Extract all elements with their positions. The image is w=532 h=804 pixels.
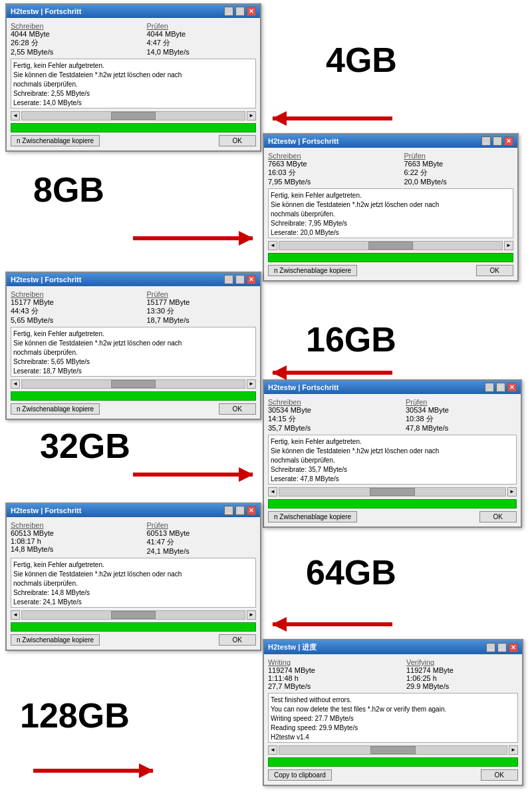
scroll-track-win32gb[interactable]: [279, 487, 506, 497]
copy-button-win8gb[interactable]: n Zwischenablage kopiere: [268, 265, 357, 276]
log-area-win16gb: Fertig, kein Fehler aufgetreten. Sie kön…: [11, 327, 256, 377]
copy-button-win16gb[interactable]: n Zwischenablage kopiere: [11, 403, 100, 415]
close-btn-win4gb[interactable]: ✕: [247, 7, 256, 16]
log-area-win32gb: Fertig, kein Fehler aufgetreten. Sie kön…: [268, 435, 517, 485]
ok-button-win16gb[interactable]: OK: [219, 403, 256, 415]
scroll-left-win8gb[interactable]: ◄: [268, 241, 277, 250]
progress-bar-win16gb: [11, 391, 256, 401]
window-win16gb: H2testw | Fortschritt _ □ ✕ Schreiben 15…: [5, 272, 261, 420]
scroll-right-win128gb[interactable]: ►: [509, 745, 518, 755]
minimize-btn-win64gb[interactable]: _: [224, 506, 233, 515]
write-size-win128gb: 119274 MByte: [268, 666, 380, 674]
minimize-btn-win8gb[interactable]: _: [481, 136, 491, 146]
titlebar-win32gb: H2testw | Fortschritt _ □ ✕: [264, 381, 521, 394]
maximize-btn-win128gb[interactable]: □: [497, 643, 507, 652]
arrow-arr4gb: [273, 116, 392, 120]
verify-label-win4gb: Prüfen: [147, 22, 257, 30]
scroll-track-win4gb[interactable]: [21, 111, 245, 120]
scroll-right-win32gb[interactable]: ►: [507, 487, 517, 497]
title-text-win8gb: H2testw | Fortschritt: [268, 137, 338, 145]
scroll-thumb-win8gb[interactable]: [368, 242, 413, 250]
scroll-left-win4gb[interactable]: ◄: [11, 111, 20, 120]
scroll-thumb-win16gb[interactable]: [111, 380, 156, 388]
copy-button-win128gb[interactable]: Copy to clipboard: [268, 769, 332, 781]
copy-button-win32gb[interactable]: n Zwischenablage kopiere: [268, 511, 357, 522]
minimize-btn-win4gb[interactable]: _: [224, 7, 233, 16]
copy-button-win64gb[interactable]: n Zwischenablage kopiere: [11, 634, 100, 646]
verify-speed-win32gb: 47,8 MByte/s: [406, 424, 517, 432]
verify-label-win32gb: Prüfen: [406, 398, 517, 406]
close-btn-win128gb[interactable]: ✕: [509, 643, 518, 652]
scroll-right-win8gb[interactable]: ►: [504, 241, 513, 250]
verify-time-win64gb: 41:47 分: [147, 537, 257, 547]
verify-label-win64gb: Prüfen: [147, 521, 257, 529]
close-btn-win64gb[interactable]: ✕: [247, 506, 256, 515]
maximize-btn-win64gb[interactable]: □: [235, 506, 245, 515]
verify-size-win64gb: 60513 MByte: [147, 529, 257, 537]
size-label-lbl64gb: 64GB: [306, 552, 396, 592]
verify-speed-win128gb: 29.9 MByte/s: [406, 682, 518, 690]
ok-button-win4gb[interactable]: OK: [219, 135, 256, 146]
maximize-btn-win8gb[interactable]: □: [493, 136, 502, 146]
ok-button-win64gb[interactable]: OK: [219, 634, 256, 646]
maximize-btn-win16gb[interactable]: □: [235, 275, 245, 284]
scrollbar-win32gb[interactable]: ◄ ►: [268, 487, 517, 497]
write-size-win16gb: 15177 MByte: [11, 298, 120, 306]
verify-label-win16gb: Prüfen: [147, 290, 257, 298]
scroll-thumb-win4gb[interactable]: [111, 112, 156, 120]
write-size-win4gb: 4044 MByte: [11, 30, 120, 38]
scroll-track-win8gb[interactable]: [279, 241, 503, 250]
verify-time-win16gb: 13:30 分: [147, 306, 257, 316]
arrow-arr128gb: [33, 769, 153, 773]
verify-size-win128gb: 119274 MByte: [406, 666, 518, 674]
scroll-right-win4gb[interactable]: ►: [247, 111, 256, 120]
scroll-track-win64gb[interactable]: [21, 610, 245, 620]
scroll-thumb-win64gb[interactable]: [111, 611, 156, 619]
write-time-win32gb: 14:15 分: [268, 414, 379, 424]
scrollbar-win64gb[interactable]: ◄ ►: [11, 610, 256, 620]
scroll-track-win128gb[interactable]: [279, 745, 507, 755]
write-time-win16gb: 44:43 分: [11, 306, 120, 316]
scrollbar-win4gb[interactable]: ◄ ►: [11, 111, 256, 120]
write-time-win4gb: 26:28 分: [11, 38, 120, 48]
scroll-thumb-win128gb[interactable]: [370, 746, 416, 754]
write-label-win4gb: Schreiben: [11, 22, 120, 30]
write-speed-win8gb: 7,95 MByte/s: [268, 178, 378, 186]
minimize-btn-win32gb[interactable]: _: [485, 383, 494, 392]
copy-button-win4gb[interactable]: n Zwischenablage kopiere: [11, 135, 100, 146]
maximize-btn-win4gb[interactable]: □: [235, 7, 245, 16]
scroll-left-win16gb[interactable]: ◄: [11, 379, 20, 389]
scroll-track-win16gb[interactable]: [21, 379, 245, 389]
progress-bar-win128gb: [268, 757, 518, 767]
close-btn-win8gb[interactable]: ✕: [504, 136, 513, 146]
window-win128gb: H2testw | 进度 _ □ ✕ Writing 119274 MByte …: [263, 639, 523, 786]
scroll-right-win64gb[interactable]: ►: [247, 610, 256, 620]
scrollbar-win8gb[interactable]: ◄ ►: [268, 241, 513, 250]
scroll-left-win128gb[interactable]: ◄: [268, 745, 277, 755]
title-text-win32gb: H2testw | Fortschritt: [268, 383, 338, 391]
maximize-btn-win32gb[interactable]: □: [496, 383, 505, 392]
scroll-left-win32gb[interactable]: ◄: [268, 487, 277, 497]
verify-time-win128gb: 1:06:25 h: [406, 674, 518, 682]
verify-label-win128gb: Verifying: [406, 658, 518, 666]
close-btn-win32gb[interactable]: ✕: [507, 383, 517, 392]
minimize-btn-win16gb[interactable]: _: [224, 275, 233, 284]
scroll-right-win16gb[interactable]: ►: [247, 379, 256, 389]
ok-button-win128gb[interactable]: OK: [481, 769, 518, 781]
verify-time-win8gb: 6:22 分: [404, 168, 514, 178]
write-speed-win4gb: 2,55 MByte/s: [11, 48, 120, 56]
log-area-win8gb: Fertig, kein Fehler aufgetreten. Sie kön…: [268, 188, 513, 238]
scroll-left-win64gb[interactable]: ◄: [11, 610, 20, 620]
arrow-arr16gb: [273, 371, 392, 375]
minimize-btn-win128gb[interactable]: _: [486, 643, 495, 652]
scrollbar-win128gb[interactable]: ◄ ►: [268, 745, 518, 755]
scroll-thumb-win32gb[interactable]: [370, 488, 415, 496]
title-text-win128gb: H2testw | 进度: [268, 642, 317, 652]
close-btn-win16gb[interactable]: ✕: [247, 275, 256, 284]
scrollbar-win16gb[interactable]: ◄ ►: [11, 379, 256, 389]
window-win64gb: H2testw | Fortschritt _ □ ✕ Schreiben 60…: [5, 502, 261, 651]
ok-button-win32gb[interactable]: OK: [479, 511, 517, 522]
write-size-win32gb: 30534 MByte: [268, 406, 379, 414]
verify-size-win4gb: 4044 MByte: [147, 30, 257, 38]
ok-button-win8gb[interactable]: OK: [476, 265, 513, 276]
